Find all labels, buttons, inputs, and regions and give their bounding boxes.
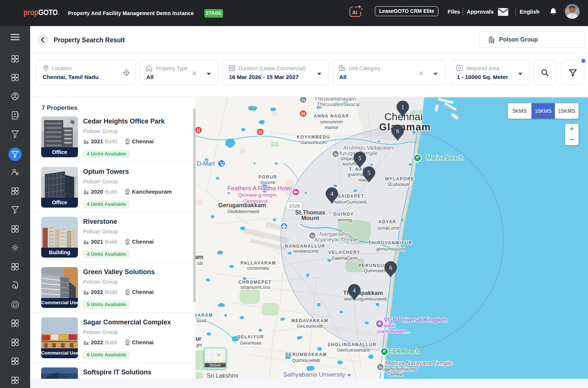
svg-text:usmismaiiu: usmismaiiu: [247, 266, 269, 271]
svg-text:3o: 3o: [311, 233, 315, 238]
svg-text:smalourGunscienL: smalourGunscienL: [331, 200, 368, 205]
svg-text:Geremiseit: Geremiseit: [240, 341, 262, 346]
svg-text:GinLeurecelb: GinLeurecelb: [297, 324, 323, 329]
svg-text:eileilil: eileilil: [384, 323, 395, 328]
svg-text:6: 6: [389, 265, 392, 271]
svg-text:ucuilsoiiuiir: ucuilsoiiuiir: [388, 182, 410, 187]
svg-text:usanGeuisem...: usanGeuisem...: [376, 328, 410, 334]
svg-text:Marina Beach: Marina Beach: [427, 155, 463, 161]
svg-text:ADYAR: ADYAR: [378, 219, 396, 224]
svg-text:reiskleisiomit: reiskleisiomit: [293, 249, 319, 254]
svg-text:elmmiq: elmmiq: [338, 218, 352, 223]
svg-text:3o: 3o: [379, 365, 383, 369]
svg-text:5: 5: [368, 170, 370, 176]
svg-text:Feathers A Radha Hotel: Feathers A Radha Hotel: [227, 185, 291, 191]
svg-text:Thiruvalleeswarar...: Thiruvalleeswarar...: [317, 101, 365, 107]
svg-text:Sathyabama University: Sathyabama University: [283, 371, 345, 378]
svg-text:NANGANALLUR: NANGANALLUR: [285, 244, 325, 249]
svg-text:4: 4: [330, 191, 333, 197]
svg-text:Sri Lakshmi: Sri Lakshmi: [207, 372, 238, 379]
svg-text:SAIDAPET: SAIDAPET: [338, 194, 365, 199]
svg-text:5: 5: [358, 155, 361, 161]
svg-text:THIRUVANMIYUR: THIRUVANMIYUR: [368, 240, 412, 245]
svg-text:PERUMBAKKAM: PERUMBAKKAM: [285, 352, 327, 357]
svg-text:am: am: [196, 254, 204, 260]
svg-text:AI: AI: [352, 10, 357, 15]
svg-text:ur: ur: [196, 335, 201, 342]
svg-text:gnt: gnt: [196, 342, 202, 348]
svg-text:GaiemaGeml: GaiemaGeml: [331, 256, 358, 261]
svg-text:Quimiseies: Quimiseies: [364, 268, 386, 273]
svg-text:3o: 3o: [301, 97, 306, 102]
svg-text:Gerugambakkam: Gerugambakkam: [218, 202, 266, 208]
svg-text:3o: 3o: [334, 152, 338, 156]
svg-text:glimicmiiouonli: glimicmiiouonli: [376, 247, 405, 252]
svg-text:IBARAM: IBARAM: [196, 313, 213, 318]
svg-text:sib: sib: [197, 261, 203, 266]
svg-text:ECR Beach: ECR Beach: [388, 348, 419, 355]
svg-text:Ganuorilucim: Ganuorilucim: [301, 140, 327, 145]
svg-text:Gemeid: Gemeid: [387, 372, 403, 377]
svg-text:PALLAVARAM: PALLAVARAM: [241, 261, 276, 266]
svg-text:aeelsiicilgsmiiuusleeib: aeelsiicilgsmiiuusleeib: [344, 297, 387, 302]
svg-text:Qismiew g mogm: Qismiew g mogm: [238, 192, 276, 198]
svg-text:Matsya Narayana Temple: Matsya Narayana Temple: [386, 360, 452, 366]
svg-text:KOYAMBEDU: KOYAMBEDU: [297, 134, 330, 140]
svg-text:CHROMEPET: CHROMEPET: [239, 280, 272, 285]
svg-text:PORUR: PORUR: [259, 175, 277, 180]
svg-text:1: 1: [401, 104, 404, 110]
svg-text:VELACHERY: VELACHERY: [328, 250, 360, 255]
svg-text:Gleilklleiiomeeld: Gleilklleiiomeeld: [227, 209, 259, 214]
svg-text:Quimiouselaib: Quimiouselaib: [292, 358, 320, 363]
svg-text:iogamil mimiiiismo: iogamil mimiiiismo: [381, 367, 417, 372]
svg-text:Anjaneyar Temple: Anjaneyar Temple: [314, 236, 358, 242]
svg-text:6: 6: [396, 128, 399, 134]
svg-text:D-Mart: D-Mart: [197, 161, 215, 167]
svg-text:smmsmmm: smmsmmm: [320, 119, 343, 125]
svg-text:MYLAPORE: MYLAPORE: [385, 176, 415, 182]
svg-text:luuid: luuid: [197, 318, 206, 323]
svg-text:SELAIYUR: SELAIYUR: [237, 334, 264, 340]
svg-text:ANNA NAGAR: ANNA NAGAR: [314, 114, 349, 119]
svg-text:GeimUesisimanit: GeimUesisimanit: [337, 348, 370, 353]
svg-text:siimaiLomin: siimaiLomin: [377, 226, 400, 231]
svg-text:VGP Universal Kingdom: VGP Universal Kingdom: [384, 317, 447, 323]
svg-text:Mount: Mount: [301, 215, 319, 221]
svg-text:mamor: mamor: [325, 125, 338, 130]
svg-text:H: H: [197, 127, 200, 133]
svg-text:H: H: [301, 111, 305, 116]
svg-text:Glammam: Glammam: [379, 122, 431, 133]
svg-text:smainusmLsna: smainusmLsna: [240, 285, 270, 290]
svg-text:1026: 1026: [289, 203, 300, 209]
svg-text:H: H: [258, 129, 262, 135]
svg-text:Guismir: Guismir: [260, 180, 275, 185]
svg-text:MEDAVAKKAM: MEDAVAKKAM: [291, 318, 328, 323]
svg-text:SHOLINGANALLUR: SHOLINGANALLUR: [327, 342, 377, 347]
svg-text:GUINDY: GUINDY: [333, 212, 354, 217]
svg-text:4: 4: [353, 287, 356, 294]
